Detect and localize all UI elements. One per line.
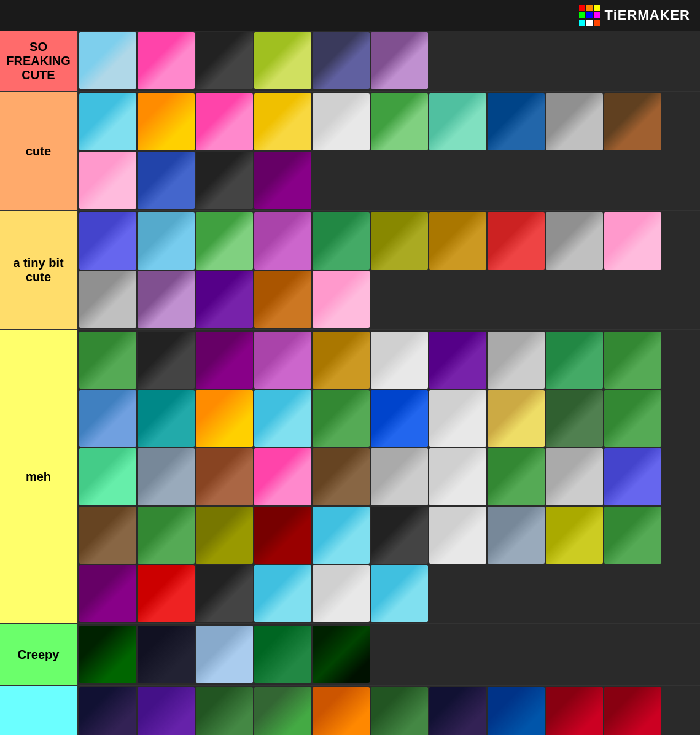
list-item: [196, 271, 253, 328]
list-item: [546, 687, 603, 735]
list-item: [313, 507, 370, 564]
logo-cell: [594, 20, 600, 26]
list-item: [371, 93, 428, 150]
list-item: [604, 390, 661, 447]
tier-row-meh: meh: [0, 330, 700, 624]
list-item: [313, 271, 370, 328]
list-item: [546, 93, 603, 150]
list-item: [429, 390, 486, 447]
tier-row-creepy: Creepy: [0, 624, 700, 686]
list-item: [79, 687, 136, 735]
list-item: [79, 152, 136, 209]
list-item: [371, 507, 428, 564]
list-item: [254, 565, 311, 622]
logo-cell: [586, 20, 593, 26]
list-item: [429, 212, 486, 270]
list-item: [604, 507, 661, 564]
list-item: [79, 271, 136, 328]
tier-label-cute: cute: [0, 92, 78, 210]
list-item: [254, 448, 311, 505]
logo-cell: [594, 5, 600, 11]
logo-cell: [586, 12, 593, 18]
list-item: [79, 626, 136, 683]
tier-items-ugly: [78, 686, 700, 735]
list-item: [138, 332, 195, 389]
list-item: [429, 448, 486, 505]
tier-items-meh: [78, 330, 700, 623]
list-item: [196, 152, 253, 209]
logo-grid-icon: [579, 5, 600, 26]
logo-cell: [579, 12, 585, 18]
tier-row-ugly: ugly: [0, 686, 700, 735]
list-item: [313, 687, 370, 735]
list-item: [79, 565, 136, 622]
list-item: [429, 93, 486, 150]
list-item: [254, 626, 311, 683]
list-item: [254, 152, 311, 209]
list-item: [488, 507, 545, 564]
list-item: [138, 152, 195, 209]
list-item: [546, 212, 603, 270]
list-item: [488, 93, 545, 150]
list-item: [138, 212, 195, 270]
list-item: [254, 32, 311, 89]
list-item: [254, 687, 311, 735]
list-item: [546, 332, 603, 389]
list-item: [371, 332, 428, 389]
logo-text: TiERMAKER: [605, 7, 690, 23]
list-item: [79, 32, 136, 89]
list-item: [254, 390, 311, 447]
tier-items-cute: [78, 92, 700, 210]
list-item: [604, 332, 661, 389]
list-item: [488, 332, 545, 389]
list-item: [138, 448, 195, 505]
tier-items-creepy: [78, 624, 700, 685]
logo-cell: [579, 20, 585, 26]
tier-row-cute: cute: [0, 92, 700, 211]
list-item: [79, 212, 136, 270]
list-item: [138, 32, 195, 89]
tier-label-a-tiny-bit-cute: a tiny bit cute: [0, 211, 78, 329]
list-item: [254, 212, 311, 270]
tier-label-meh: meh: [0, 330, 78, 623]
list-item: [371, 687, 428, 735]
list-item: [371, 32, 428, 89]
list-item: [604, 212, 661, 270]
logo-cell: [579, 5, 585, 11]
list-item: [488, 448, 545, 505]
tier-label-creepy: Creepy: [0, 624, 78, 685]
list-item: [604, 687, 661, 735]
list-item: [488, 212, 545, 270]
list-item: [429, 332, 486, 389]
list-item: [138, 93, 195, 150]
list-item: [196, 687, 253, 735]
header: TiERMAKER: [0, 0, 700, 31]
list-item: [546, 390, 603, 447]
list-item: [371, 390, 428, 447]
tier-row-a-tiny-bit-cute: a tiny bit cute: [0, 211, 700, 330]
list-item: [196, 32, 253, 89]
list-item: [196, 93, 253, 150]
list-item: [138, 390, 195, 447]
tier-items-a-tiny-bit-cute: [78, 211, 700, 329]
list-item: [488, 390, 545, 447]
list-item: [196, 390, 253, 447]
list-item: [488, 687, 545, 735]
list-item: [138, 271, 195, 328]
logo-cell: [594, 12, 600, 18]
list-item: [138, 626, 195, 683]
list-item: [254, 271, 311, 328]
tier-label-ugly: ugly: [0, 686, 78, 735]
list-item: [79, 93, 136, 150]
list-item: [79, 507, 136, 564]
tier-items-so-freaking-cute: [78, 31, 700, 91]
list-item: [546, 448, 603, 505]
list-item: [313, 93, 370, 150]
list-item: [604, 93, 661, 150]
list-item: [429, 507, 486, 564]
list-item: [138, 687, 195, 735]
list-item: [79, 390, 136, 447]
list-item: [254, 332, 311, 389]
list-item: [254, 507, 311, 564]
logo-cell: [586, 5, 593, 11]
